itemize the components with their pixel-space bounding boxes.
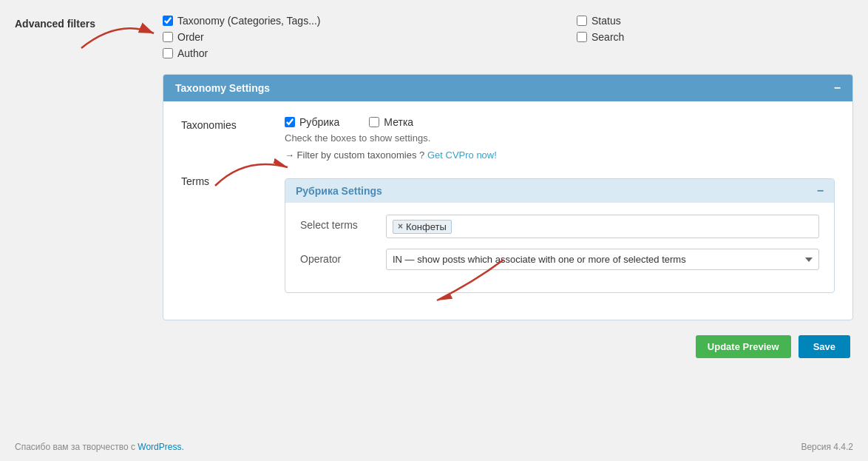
rubrika-panel-collapse-btn[interactable]: − <box>817 185 824 197</box>
taxonomy-panel: Taxonomy Settings − Taxonomies Рубрика М… <box>163 74 853 320</box>
checkbox-status[interactable]: Status <box>577 15 624 27</box>
taxonomy-panel-body: Taxonomies Рубрика Метка Check the boxes… <box>163 101 852 320</box>
filter-link-row: → Filter by custom taxonomies ? Get CVPr… <box>285 149 835 161</box>
get-cvpro-link[interactable]: Get CVPro now! <box>427 149 497 161</box>
rubrika-panel-header: Рубрика Settings − <box>285 179 834 203</box>
footer-credit-text: Спасибо вам за творчество с <box>15 442 135 452</box>
footer-credit: Спасибо вам за творчество с WordPress. <box>15 442 184 452</box>
rubrika-panel-title: Рубрика Settings <box>296 185 382 197</box>
checkboxes-left: Taxonomy (Categories, Tags...) Order Aut… <box>163 15 370 59</box>
checkbox-taxonomy[interactable]: Taxonomy (Categories, Tags...) <box>163 15 370 27</box>
footer-version: Версия 4.4.2 <box>801 442 853 452</box>
filter-custom-text: → Filter by custom taxonomies ? <box>285 149 424 161</box>
operator-content: IN — show posts which associate with one… <box>386 249 819 270</box>
checkbox-search-input[interactable] <box>577 32 587 42</box>
checkbox-author[interactable]: Author <box>163 47 370 59</box>
footer-buttons: Update Preview Save <box>15 335 853 358</box>
checkbox-metka-input[interactable] <box>369 117 379 127</box>
update-preview-button[interactable]: Update Preview <box>696 335 791 358</box>
terms-content: Рубрика Settings − Select terms × <box>285 172 835 293</box>
taxonomy-panel-collapse-btn[interactable]: − <box>834 82 841 94</box>
terms-label: Terms <box>181 172 270 187</box>
remove-konvety-btn[interactable]: × <box>398 221 403 232</box>
save-button[interactable]: Save <box>799 335 850 358</box>
checkbox-rubrika[interactable]: Рубрика <box>285 116 339 128</box>
advanced-filters-label: Advanced filters <box>15 15 163 30</box>
checkbox-status-input[interactable] <box>577 16 587 26</box>
page-footer: Спасибо вам за творчество с WordPress. В… <box>15 442 853 452</box>
rubrika-panel-body: Select terms × Конфеты <box>285 203 834 292</box>
select-terms-row: Select terms × Конфеты <box>300 215 819 238</box>
checkbox-taxonomy-input[interactable] <box>163 16 173 26</box>
select-terms-content: × Конфеты <box>386 215 819 238</box>
operator-label: Operator <box>300 249 374 265</box>
checkbox-order-input[interactable] <box>163 32 173 42</box>
taxonomies-checkboxes-row: Рубрика Метка <box>285 116 835 128</box>
rubrika-sub-panel: Рубрика Settings − Select terms × <box>285 178 835 293</box>
taxonomy-desc: Check the boxes to show settings. <box>285 132 835 144</box>
taxonomy-panel-header: Taxonomy Settings − <box>163 75 852 101</box>
taxonomies-label: Taxonomies <box>181 116 270 131</box>
select-terms-input[interactable]: × Конфеты <box>386 215 819 238</box>
operator-select[interactable]: IN — show posts which associate with one… <box>386 249 819 270</box>
checkbox-rubrika-input[interactable] <box>285 117 295 127</box>
terms-field-row: Terms Рубрика Settings − Select terms <box>181 172 835 293</box>
select-terms-label: Select terms <box>300 215 374 231</box>
taxonomies-field-row: Taxonomies Рубрика Метка Check the boxes… <box>181 116 835 161</box>
footer-wordpress-link[interactable]: WordPress. <box>138 442 183 452</box>
term-konvety-label: Конфеты <box>406 221 447 232</box>
taxonomy-panel-title: Taxonomy Settings <box>175 82 270 94</box>
operator-row: Operator IN — show posts which associate… <box>300 249 819 270</box>
checkbox-metka[interactable]: Метка <box>369 116 413 128</box>
checkbox-order[interactable]: Order <box>163 31 370 43</box>
checkboxes-right: Status Search <box>577 15 624 43</box>
taxonomies-content: Рубрика Метка Check the boxes to show se… <box>285 116 835 161</box>
checkbox-search[interactable]: Search <box>577 31 624 43</box>
term-konvety-tag: × Конфеты <box>393 220 452 234</box>
checkbox-author-input[interactable] <box>163 48 173 58</box>
